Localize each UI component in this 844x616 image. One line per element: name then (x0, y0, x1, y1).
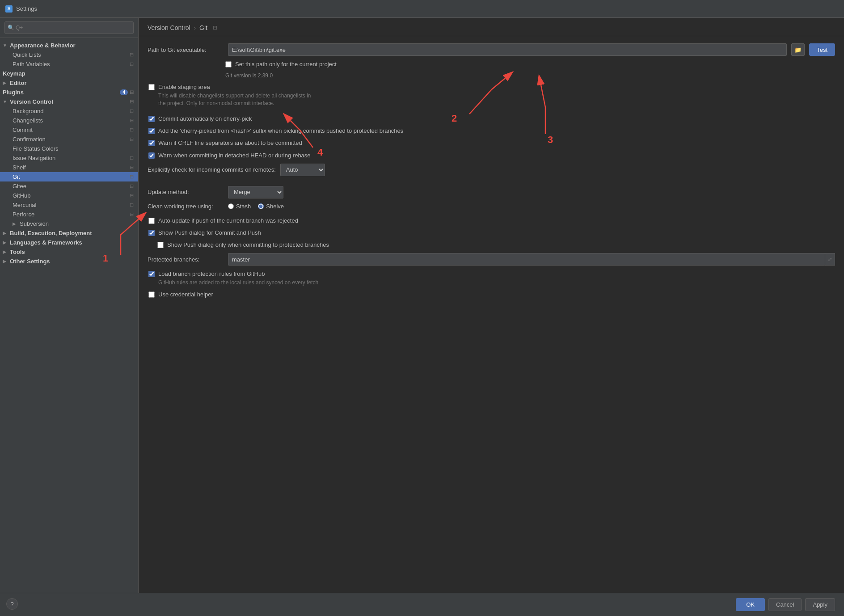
plugin-icon: 4 ⊟ (118, 89, 134, 95)
commit-cherry-pick-checkbox[interactable] (148, 116, 155, 122)
sidebar-item-path-variables[interactable]: Path Variables ⊟ (0, 59, 138, 69)
ok-button[interactable]: OK (736, 598, 765, 611)
warn-crlf-checkbox[interactable] (148, 140, 155, 146)
clean-tree-label: Clean working tree using: (148, 203, 224, 210)
load-branch-rules-label[interactable]: Load branch protection rules from GitHub (158, 270, 265, 277)
sidebar-item-tools[interactable]: ▶ Tools (0, 247, 138, 257)
sidebar-item-background[interactable]: Background ⊟ (0, 106, 138, 116)
shelve-option[interactable]: Shelve (258, 203, 284, 210)
shelve-radio[interactable] (258, 203, 264, 209)
expand-protected-button[interactable]: ⤢ (825, 253, 835, 266)
test-button[interactable]: Test (809, 43, 835, 56)
cancel-button[interactable]: Cancel (768, 598, 802, 611)
github-rules-desc: GitHub rules are added to the local rule… (158, 279, 318, 287)
load-branch-rules-row: Load branch protection rules from GitHub… (148, 270, 835, 287)
update-method-select[interactable]: Merge Rebase Branch Default (228, 186, 283, 198)
sidebar-item-plugins[interactable]: Plugins 4 ⊟ (0, 88, 138, 97)
auto-update-label[interactable]: Auto-update if push of the current branc… (158, 217, 298, 225)
sidebar-item-gitee[interactable]: Gitee ⊟ (0, 181, 138, 191)
sidebar-item-perforce[interactable]: Perforce ⊟ (0, 210, 138, 219)
auto-update-checkbox[interactable] (148, 218, 155, 224)
settings-icon: ⊟ (130, 211, 134, 217)
stash-option[interactable]: Stash (228, 203, 251, 210)
settings-icon: ⊟ (130, 108, 134, 114)
sidebar-item-quick-lists[interactable]: Quick Lists ⊟ (0, 50, 138, 59)
auto-update-row: Auto-update if push of the current branc… (148, 217, 835, 225)
credential-helper-checkbox[interactable] (148, 291, 155, 298)
sidebar-item-github[interactable]: GitHub ⊟ (0, 191, 138, 200)
warn-crlf-row: Warn if CRLF line separators are about t… (148, 139, 835, 147)
enable-staging-desc: This will disable changelists support an… (158, 92, 311, 107)
show-push-protected-label[interactable]: Show Push dialog only when committing to… (167, 241, 329, 249)
sidebar-item-commit[interactable]: Commit ⊟ (0, 125, 138, 135)
title-bar: S Settings (0, 0, 844, 18)
sidebar-label: Commit (13, 127, 33, 133)
sidebar-item-git[interactable]: Git ⊟ (0, 172, 138, 181)
commit-cherry-pick-label[interactable]: Commit automatically on cherry-pick (158, 115, 252, 123)
warn-crlf-label[interactable]: Warn if CRLF line separators are about t… (158, 139, 302, 147)
sidebar-item-issue-navigation[interactable]: Issue Navigation ⊟ (0, 153, 138, 163)
check-incoming-select[interactable]: Auto Always Never (280, 164, 325, 176)
sidebar-item-confirmation[interactable]: Confirmation ⊟ (0, 135, 138, 144)
git-version: Git version is 2.39.0 (224, 72, 835, 79)
show-push-dialog-label[interactable]: Show Push dialog for Commit and Push (158, 229, 261, 237)
protected-branches-input[interactable] (228, 253, 825, 266)
sidebar-item-keymap[interactable]: Keymap (0, 69, 138, 78)
show-push-protected-checkbox[interactable] (157, 242, 164, 248)
apply-button[interactable]: Apply (805, 598, 835, 611)
browse-button[interactable]: 📁 (791, 43, 805, 56)
sidebar-label: Shelf (13, 164, 26, 171)
sidebar-label: Plugins (3, 89, 24, 96)
add-cherry-suffix-checkbox[interactable] (148, 128, 155, 134)
sidebar-item-mercurial[interactable]: Mercurial ⊟ (0, 200, 138, 210)
sidebar-item-changelists[interactable]: Changelists ⊟ (0, 116, 138, 125)
sidebar-label: Keymap (3, 70, 25, 77)
help-button[interactable]: ? (6, 598, 18, 610)
show-push-dialog-row: Show Push dialog for Commit and Push (148, 229, 835, 237)
expand-icon: ▶ (13, 221, 18, 226)
content-area: Version Control › Git ⊟ Path to Git exec… (139, 18, 844, 593)
sidebar-item-other-settings[interactable]: ▶ Other Settings (0, 257, 138, 266)
sidebar-label: Build, Execution, Deployment (10, 230, 92, 236)
settings-icon: ⊟ (130, 155, 134, 161)
sidebar-item-build[interactable]: ▶ Build, Execution, Deployment (0, 228, 138, 238)
settings-icon: ⊟ (130, 183, 134, 189)
sidebar-label: Confirmation (13, 136, 46, 143)
clean-tree-row: Clean working tree using: Stash Shelve (148, 203, 835, 210)
warn-detached-label[interactable]: Warn when committing in detached HEAD or… (158, 152, 311, 160)
breadcrumb-current: Git (199, 24, 207, 31)
settings-icon: ⊟ (130, 61, 134, 67)
sidebar-item-appearance[interactable]: ▼ Appearance & Behavior (0, 41, 138, 50)
set-path-checkbox[interactable] (225, 61, 232, 68)
set-path-label[interactable]: Set this path only for the current proje… (235, 60, 337, 68)
git-executable-input[interactable] (228, 43, 787, 56)
search-input[interactable] (4, 21, 134, 34)
sidebar-label: GitHub (13, 192, 30, 199)
expand-icon: ▶ (3, 240, 8, 245)
update-method-row: Update method: Merge Rebase Branch Defau… (148, 186, 835, 198)
sidebar-item-subversion[interactable]: ▶ Subversion (0, 219, 138, 228)
sidebar-label: Mercurial (13, 202, 36, 208)
add-cherry-suffix-label[interactable]: Add the 'cherry-picked from <hash>' suff… (158, 127, 403, 135)
sidebar-item-editor[interactable]: ▶ Editor (0, 78, 138, 88)
enable-staging-label[interactable]: Enable staging area (158, 84, 210, 90)
sidebar-item-shelf[interactable]: Shelf ⊟ (0, 163, 138, 172)
show-push-dialog-checkbox[interactable] (148, 230, 155, 236)
search-box: 🔍 (0, 18, 138, 38)
enable-staging-checkbox[interactable] (148, 84, 155, 90)
stash-radio[interactable] (228, 203, 234, 209)
expand-icon: ▶ (3, 259, 8, 264)
sidebar-item-version-control[interactable]: ▼ Version Control ⊟ (0, 97, 138, 106)
sidebar-label: Other Settings (10, 258, 50, 265)
warn-detached-checkbox[interactable] (148, 152, 155, 159)
app-icon: S (5, 5, 13, 13)
staging-area-row: Enable staging area This will disable ch… (148, 83, 835, 107)
sidebar-item-file-status-colors[interactable]: File Status Colors (0, 144, 138, 153)
credential-helper-label[interactable]: Use credential helper (158, 291, 213, 299)
sidebar-label: Background (13, 108, 43, 114)
settings-icon: ⊟ (130, 193, 134, 198)
load-branch-rules-checkbox[interactable] (148, 271, 155, 277)
sidebar-item-languages[interactable]: ▶ Languages & Frameworks (0, 238, 138, 247)
update-method-label: Update method: (148, 189, 224, 195)
sidebar-label: Tools (10, 249, 25, 255)
